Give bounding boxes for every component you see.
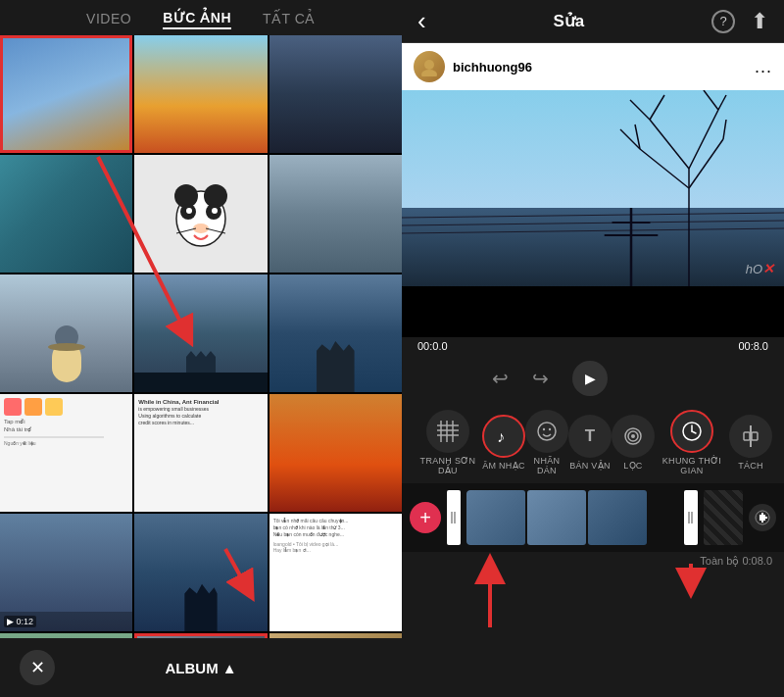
clip-2[interactable] [527, 490, 586, 545]
bottom-bar: ✕ ALBUM ▲ [0, 638, 402, 697]
add-clip-button[interactable]: + [410, 502, 441, 533]
svg-point-6 [212, 208, 218, 214]
close-button[interactable]: ✕ [20, 650, 55, 685]
help-button[interactable]: ? [711, 10, 735, 33]
play-button[interactable]: ▶ [572, 361, 608, 396]
ban-van-label: BÁN VẬN [569, 461, 611, 471]
svg-text:♪: ♪ [497, 428, 505, 445]
loc-label: LỌC [623, 461, 642, 471]
share-button[interactable]: ⬆ [751, 9, 768, 34]
video-preview: bichhuong96 ... [402, 43, 784, 337]
redo-button[interactable]: ↪ [532, 367, 549, 390]
smile-icon [525, 410, 568, 453]
svg-line-26 [689, 139, 723, 188]
total-duration: Toàn bộ 0:08.0 [402, 552, 784, 571]
khung-thoi-gian-button[interactable]: KHUNG THỜI GIAN [655, 410, 729, 475]
nhan-dan-button[interactable]: NHÃN DÁN [525, 410, 568, 475]
svg-line-30 [718, 95, 726, 110]
grid-cell-8[interactable] [134, 274, 267, 392]
grid-cell-3[interactable] [270, 35, 402, 153]
tab-tat-ca[interactable]: TẤT CẢ [263, 11, 316, 28]
tach-label: TÁCH [738, 461, 763, 471]
clip-handle-left[interactable] [447, 490, 461, 545]
grid-cell-6[interactable] [270, 155, 402, 273]
avatar [414, 51, 445, 82]
ban-van-button[interactable]: T BÁN VẬN [568, 415, 612, 471]
grid-cell-15[interactable]: Tôi vẫn nhớ mãi câu câu chuyện... bạn có… [270, 514, 402, 631]
post-image: hO✕ [402, 90, 784, 286]
svg-rect-54 [450, 506, 458, 529]
svg-line-24 [689, 110, 718, 169]
post-header: bichhuong96 ... [402, 43, 784, 90]
post-username: bichhuong96 [453, 60, 747, 75]
hatch-icon [426, 410, 469, 453]
instagram-post: bichhuong96 ... [402, 43, 784, 286]
svg-line-25 [640, 149, 689, 188]
grid-cell-7[interactable] [0, 274, 132, 392]
tab-video[interactable]: VIDEO [86, 11, 131, 28]
text-icon: T [568, 415, 612, 458]
grid-cell-1[interactable] [0, 35, 132, 153]
svg-point-15 [421, 70, 437, 76]
post-more-options[interactable]: ... [755, 57, 772, 77]
grid-cell-14[interactable] [134, 514, 267, 631]
svg-rect-57 [687, 506, 695, 529]
svg-line-50 [692, 431, 696, 433]
timeline-row: + [402, 483, 784, 552]
svg-line-27 [630, 100, 650, 120]
loc-button[interactable]: LỌC [612, 415, 655, 471]
svg-point-5 [186, 208, 192, 214]
audio-icon[interactable] [749, 504, 776, 531]
svg-point-14 [424, 60, 434, 70]
svg-rect-53 [752, 432, 758, 440]
tab-buc-anh[interactable]: BỨC ẢNH [163, 10, 231, 29]
grid-cell-18[interactable] [270, 633, 402, 638]
right-header: ‹ Sửa ? ⬆ [402, 0, 784, 43]
toolbar-row: TRANH SƠN DẦU ♪ ÂM NHẠC NHÃN DÁN [402, 402, 784, 483]
am-nhac-label: ÂM NHẠC [482, 461, 525, 471]
watermark: hO✕ [746, 261, 774, 276]
page-title: Sửa [553, 11, 584, 31]
khung-thoi-gian-label: KHUNG THỜI GIAN [655, 456, 729, 475]
grid-cell-9[interactable] [270, 274, 402, 392]
svg-point-47 [631, 434, 635, 438]
grid-cell-5[interactable] [134, 155, 267, 273]
grid-cell-17[interactable] [134, 633, 267, 638]
left-tabs: VIDEO BỨC ẢNH TẤT CẢ [0, 0, 402, 35]
timeline-clips [466, 490, 678, 545]
grid-cell-13[interactable]: ▶ 0:12 [0, 514, 132, 631]
undo-redo-row: ↩ ↪ ▶ [402, 355, 784, 402]
grid-cell-12[interactable] [270, 394, 402, 512]
clip-handle-right[interactable] [684, 490, 698, 545]
clip-3[interactable] [588, 490, 647, 545]
svg-rect-52 [744, 432, 750, 440]
clock-icon [670, 410, 713, 453]
svg-line-28 [650, 95, 664, 120]
tach-button[interactable]: TÁCH [729, 415, 772, 471]
album-button[interactable]: ALBUM ▲ [165, 660, 236, 676]
photo-grid: Tap mớiNhà tài trợ Nguồn yết liệu While … [0, 35, 402, 638]
end-clip[interactable] [704, 490, 743, 545]
svg-point-44 [549, 428, 551, 430]
nhan-dan-label: NHÃN DÁN [525, 456, 568, 475]
back-button[interactable]: ‹ [417, 6, 426, 36]
clip-1[interactable] [466, 490, 525, 545]
grid-cell-2[interactable] [134, 35, 267, 153]
svg-point-43 [543, 428, 545, 430]
video-badge: ▶ 0:12 [4, 616, 36, 627]
grid-cell-4[interactable] [0, 155, 132, 273]
undo-button[interactable]: ↩ [492, 367, 509, 390]
grid-cell-11[interactable]: While in China, Ant Financial is empower… [134, 394, 267, 512]
grid-cell-16[interactable] [0, 633, 132, 638]
cut-icon [729, 415, 772, 458]
am-nhac-button[interactable]: ♪ ÂM NHẠC [482, 415, 525, 471]
svg-line-33 [723, 120, 726, 139]
filter-icon [612, 415, 655, 458]
grid-cell-10[interactable]: Tap mớiNhà tài trợ Nguồn yết liệu [0, 394, 132, 512]
time-display: 00:0.0 00:8.0 [402, 337, 784, 355]
svg-point-42 [538, 423, 556, 440]
svg-line-29 [704, 90, 718, 110]
music-icon: ♪ [482, 415, 525, 458]
tranh-son-dau-button[interactable]: TRANH SƠN DẦU [414, 410, 482, 475]
hatch-label: TRANH SƠN DẦU [414, 456, 482, 475]
